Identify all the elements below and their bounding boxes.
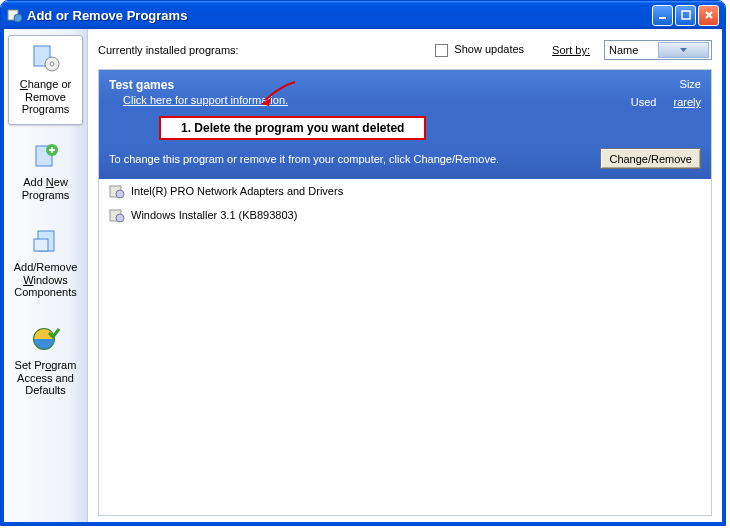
- sortby-label: Sort by:: [552, 44, 590, 56]
- svg-point-1: [14, 14, 22, 22]
- sidebar: Change or Remove Programs Add New Progra…: [4, 29, 88, 522]
- program-list[interactable]: Test games Click here for support inform…: [98, 69, 712, 516]
- change-remove-button[interactable]: Change/Remove: [600, 148, 701, 169]
- sidebar-item-windows-components[interactable]: Add/Remove Windows Components: [8, 218, 83, 308]
- svg-rect-2: [659, 17, 666, 19]
- windows-box-icon: [30, 225, 62, 257]
- maximize-button[interactable]: [675, 5, 696, 26]
- window: Add or Remove Programs Change or Remove …: [0, 0, 726, 526]
- box-cd-icon: [30, 42, 62, 74]
- svg-point-8: [50, 62, 54, 66]
- change-remove-text: To change this program or remove it from…: [109, 153, 590, 165]
- chevron-down-icon: [658, 42, 709, 58]
- svg-rect-3: [682, 11, 690, 19]
- sidebar-item-access-defaults[interactable]: Set Program Access and Defaults: [8, 316, 83, 406]
- sidebar-item-add-new[interactable]: Add New Programs: [8, 133, 83, 210]
- globe-check-icon: [30, 323, 62, 355]
- size-header: Size: [631, 78, 701, 90]
- show-updates-checkbox[interactable]: Show updates: [435, 43, 524, 57]
- app-icon: [7, 7, 23, 23]
- installed-label: Currently installed programs:: [98, 44, 239, 56]
- program-name: Intel(R) PRO Network Adapters and Driver…: [131, 185, 343, 197]
- close-button[interactable]: [698, 5, 719, 26]
- titlebar[interactable]: Add or Remove Programs: [1, 1, 725, 29]
- svg-marker-16: [680, 48, 687, 52]
- program-item[interactable]: Intel(R) PRO Network Adapters and Driver…: [99, 179, 711, 203]
- svg-point-21: [116, 214, 124, 222]
- checkbox-icon: [435, 44, 448, 57]
- selected-program-name: Test games: [109, 78, 288, 92]
- program-item-selected[interactable]: Test games Click here for support inform…: [99, 70, 711, 179]
- sortby-combo[interactable]: Name: [604, 40, 712, 60]
- svg-rect-14: [34, 239, 48, 251]
- main-panel: Currently installed programs: Show updat…: [88, 29, 722, 522]
- svg-point-19: [116, 190, 124, 198]
- minimize-button[interactable]: [652, 5, 673, 26]
- svg-rect-12: [51, 147, 53, 153]
- used-label: Used: [631, 96, 657, 108]
- used-value[interactable]: rarely: [673, 96, 701, 108]
- support-link[interactable]: Click here for support information.: [123, 94, 288, 106]
- program-item[interactable]: Windows Installer 3.1 (KB893803): [99, 203, 711, 227]
- box-plus-icon: [30, 140, 62, 172]
- sidebar-item-change-remove[interactable]: Change or Remove Programs: [8, 35, 83, 125]
- installer-icon: [109, 183, 125, 199]
- sortby-value: Name: [609, 44, 658, 56]
- annotation-callout: 1. Delete the program you want deleted: [159, 116, 426, 140]
- installer-icon: [109, 207, 125, 223]
- program-name: Windows Installer 3.1 (KB893803): [131, 209, 297, 221]
- window-title: Add or Remove Programs: [27, 8, 652, 23]
